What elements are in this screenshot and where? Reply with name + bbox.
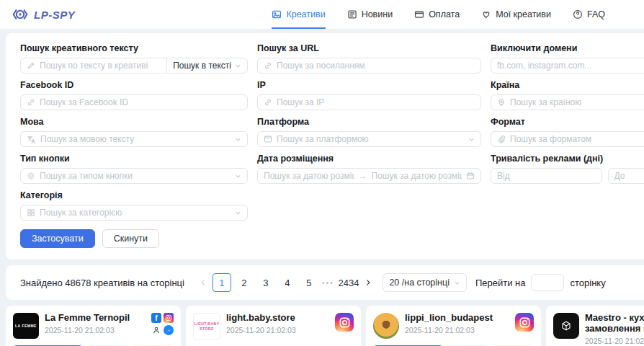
filter-label: Країна [491,80,644,90]
filter-url-input[interactable]: Пошук за посиланням [257,58,481,74]
grid-icon [27,208,35,217]
prev-page-button[interactable] [196,274,210,291]
chevron-down-icon [235,63,241,69]
filter-country-input[interactable]: Пошук за країною [491,94,644,110]
chevron-down-icon [454,280,460,286]
chevron-down-icon [235,173,241,179]
nav-tab-my-creatives[interactable]: Мої креативи [481,0,551,29]
question-icon [573,9,583,19]
filter-creative-text-mode-select[interactable]: Пошук в тексті [166,58,247,73]
main-nav: КреативиНовиниОплатаМої креативиFAQ [250,0,605,29]
filter-label: Пошук за URL [257,43,481,53]
filter-facebook-id-input[interactable]: Пошук за Facebook ID [20,94,248,110]
link-icon [27,98,35,107]
page-button-3[interactable]: 3 [257,274,274,291]
chevron-down-icon [468,136,475,143]
filter-creative-text-text-input[interactable]: Пошук по тексту в креативі [21,61,162,71]
placeholder-text: Пошук за країною [510,97,581,107]
avatar: LIGHT.BABY STORE [193,313,220,340]
nav-tab-creatives[interactable]: Креативи [272,0,325,29]
page-size-select[interactable]: 20 /на сторінці [383,273,467,292]
filter-field-button-type: Тип кнопкиПошук за типом кнопки [20,154,248,184]
filter-field-category: КатегоріяПошук за категорією [20,190,248,221]
creative-card: LIGHT.BABY STORElight.baby.store2025-11-… [186,306,361,346]
filter-field-url: Пошук за URLПошук за посиланням [257,43,481,74]
filter-field-facebook-id: Facebook IDПошук за Facebook ID [20,80,248,110]
creative-title[interactable]: light.baby.store [226,313,329,324]
creative-card: lippi_lion_budapest2025-11-20 21:02:030 … [366,306,541,346]
placeholder-text: Пошук за форматом [510,134,591,144]
image-icon [272,9,282,19]
chevron-down-icon [235,136,241,143]
placeholder-text: Пошук за мовою тексту [40,134,134,144]
filter-label: Тривалість реклами (дні) [491,154,644,164]
filter-category-input[interactable]: Пошук за категорією [20,205,248,221]
goto-page-input[interactable] [531,274,564,291]
brand[interactable]: LP-SPY [12,6,75,23]
placeholder-text: Пошук за типом кнопки [40,171,133,181]
gear-icon [27,172,35,180]
social-icons [515,313,534,332]
pencil-icon [27,61,35,70]
apply-button[interactable]: Застосувати [20,229,95,248]
instagram-icon [515,313,534,332]
social-icons: f [151,313,174,335]
card-icon [414,9,424,19]
placeholder-text: Пошук за категорією [40,208,122,218]
messenger-icon [164,325,174,335]
creative-card: Maestro - кухні, меблі на замовлення в У… [546,306,644,346]
placeholder-text: Пошук за платформою [277,134,369,144]
filter-duration-to-input[interactable]: До [608,168,644,184]
reset-button[interactable]: Скинути [102,229,159,248]
filter-field-duration: Тривалість реклами (дні)ВідДо [491,154,644,184]
creative-title[interactable]: La Femme Ternopil [45,313,146,324]
filter-actions: Застосувати Скинути [20,229,644,248]
nav-tab-label: FAQ [587,9,605,19]
instagram-icon [164,313,174,323]
placeholder-text: Пошук за IP [277,97,324,107]
page-button-last[interactable]: 2434 [338,274,359,291]
placeholder-text: Пошук за посиланням [277,61,365,71]
arrow-right-icon: → [359,171,367,181]
creatives-grid: LA FEMMELa Femme Ternopil2025-11-20 21:0… [6,306,644,346]
translate-icon [27,135,36,144]
filter-field-placement-date: Дата розміщенняПошук за датою розміщення… [257,154,481,184]
filter-platform-input[interactable]: Пошук за платформою [257,131,481,147]
page-button-4[interactable]: 4 [279,274,296,291]
filter-format-input[interactable]: Пошук за форматом [491,131,644,147]
next-page-button[interactable] [361,274,375,291]
pages-ellipsis[interactable]: ••• [322,279,334,287]
filter-field-platform: ПлатформаПошук за платформою [257,117,481,147]
filter-exclude-domains-input[interactable]: fb.com, instagram.com... [491,58,644,74]
goto-page: Перейти на сторінку [475,274,606,291]
filter-label: Формат [491,117,644,127]
pagination-bar: Знайдено 48678 креативів на сторінці 123… [6,265,644,300]
filter-creative-text-input[interactable]: Пошук по тексту в креативіПошук в тексті [20,58,248,74]
mode-select-value: Пошук в тексті [173,61,231,71]
nav-tab-label: Мої креативи [496,9,551,19]
filter-field-creative-text: Пошук креативного текстуПошук по тексту … [20,43,248,74]
social-icons [335,313,354,332]
link-icon [264,98,272,107]
nav-tab-faq[interactable]: FAQ [573,0,605,29]
filter-duration-from-input[interactable]: Від [491,168,602,184]
creative-title[interactable]: lippi_lion_budapest [405,313,509,324]
filter-placement-date-input[interactable]: Пошук за датою розміщення→Пошук за датою… [257,168,481,184]
page-button-2[interactable]: 2 [236,274,253,291]
filter-ip-input[interactable]: Пошук за IP [257,94,481,110]
person-icon [151,325,161,335]
news-icon [347,9,357,19]
filter-duration: ВідДо [491,168,644,184]
chevron-down-icon [235,210,241,216]
creative-title[interactable]: Maestro - кухні, меблі на замовлення в У… [585,313,644,334]
creative-date: 2025-11-20 21:02:03 [45,326,146,334]
nav-tab-payment[interactable]: Оплата [414,0,460,29]
filter-label: Платформа [257,117,481,127]
page-button-1[interactable]: 1 [213,273,231,292]
page-button-5[interactable]: 5 [300,274,318,291]
filter-language-input[interactable]: Пошук за мовою тексту [20,131,248,147]
nav-tab-news[interactable]: Новини [347,0,393,29]
app-header: LP-SPY КреативиНовиниОплатаМої креативиF… [0,0,644,29]
placeholder-text: Від [497,171,510,181]
filter-button-type-input[interactable]: Пошук за типом кнопки [20,168,248,184]
